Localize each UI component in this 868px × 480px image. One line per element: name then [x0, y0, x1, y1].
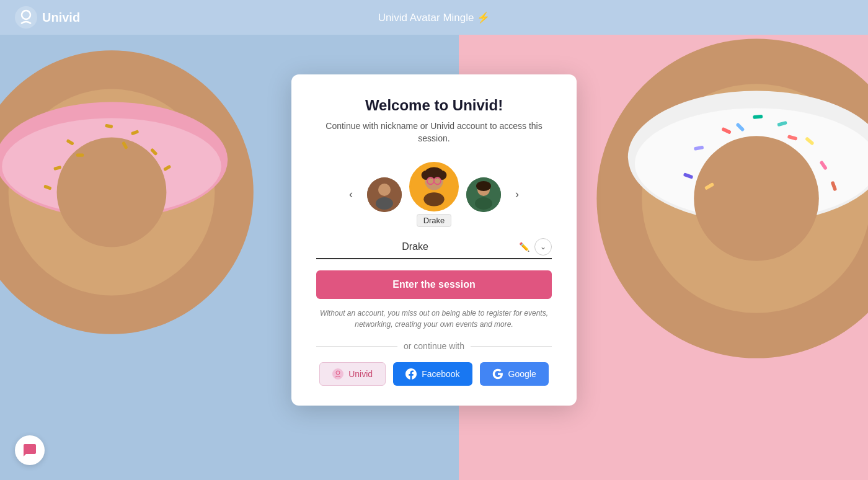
- welcome-modal: Welcome to Univid! Continue with nicknam…: [291, 74, 577, 406]
- svg-point-34: [378, 184, 391, 196]
- social-buttons: Univid Facebook Google: [316, 362, 552, 386]
- divider-line-right: [471, 346, 552, 347]
- divider-text: or continue with: [404, 341, 464, 351]
- name-dropdown-button[interactable]: ⌄: [534, 238, 552, 256]
- facebook-icon: [405, 368, 417, 380]
- divider: or continue with: [316, 341, 552, 351]
- avatar-option-left[interactable]: [367, 177, 402, 212]
- google-button-label: Google: [508, 369, 536, 379]
- facebook-login-button[interactable]: Facebook: [393, 362, 472, 386]
- svg-point-47: [476, 181, 491, 191]
- google-icon: [492, 368, 503, 380]
- carousel-next-button[interactable]: ›: [508, 186, 526, 203]
- avatar-selected[interactable]: [409, 162, 459, 211]
- modal-note: Without an account, you miss out on bein…: [316, 308, 552, 330]
- facebook-button-label: Facebook: [422, 369, 459, 379]
- avatar-selected-wrapper: Drake: [409, 162, 459, 227]
- modal-subtitle: Continue with nickname or Univid account…: [316, 120, 552, 144]
- svg-point-48: [475, 197, 492, 210]
- univid-icon: [332, 368, 343, 380]
- enter-session-button[interactable]: Enter the session: [316, 270, 552, 299]
- avatar-carousel: ‹: [316, 162, 552, 227]
- name-input[interactable]: [316, 241, 514, 252]
- name-input-row: ✏️ ⌄: [316, 238, 552, 259]
- chat-bubble-button[interactable]: [15, 435, 45, 465]
- divider-line-left: [316, 346, 397, 347]
- svg-point-44: [423, 192, 444, 206]
- univid-button-label: Univid: [348, 369, 373, 379]
- avatar-label: Drake: [417, 214, 452, 227]
- modal-overlay: Welcome to Univid! Continue with nicknam…: [0, 0, 868, 480]
- univid-login-button[interactable]: Univid: [319, 362, 386, 386]
- chat-icon: [22, 443, 37, 458]
- svg-point-49: [332, 368, 343, 380]
- modal-title: Welcome to Univid!: [316, 97, 552, 114]
- svg-point-35: [376, 197, 393, 210]
- google-login-button[interactable]: Google: [480, 362, 549, 386]
- edit-icon[interactable]: ✏️: [519, 242, 529, 252]
- carousel-prev-button[interactable]: ‹: [342, 186, 360, 203]
- avatar-option-right[interactable]: [466, 177, 501, 212]
